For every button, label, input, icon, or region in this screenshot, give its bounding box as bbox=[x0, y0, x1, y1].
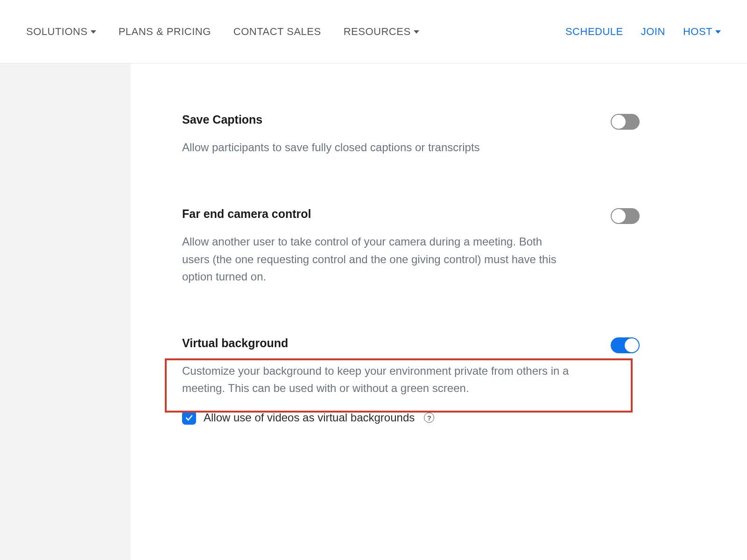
toggle-far-end-camera[interactable] bbox=[611, 208, 640, 224]
chevron-down-icon bbox=[414, 30, 419, 34]
setting-far-end-camera: Far end camera control Allow another use… bbox=[182, 207, 640, 285]
top-nav: SOLUTIONS PLANS & PRICING CONTACT SALES … bbox=[0, 0, 747, 63]
checkbox-allow-video-bg[interactable]: Allow use of videos as virtual backgroun… bbox=[182, 411, 640, 425]
toggle-knob bbox=[625, 338, 639, 352]
nav-label: RESOURCES bbox=[344, 26, 411, 38]
setting-save-captions: Save Captions Allow participants to save… bbox=[182, 113, 640, 156]
checkbox-label: Allow use of videos as virtual backgroun… bbox=[204, 411, 415, 424]
nav-solutions[interactable]: SOLUTIONS bbox=[26, 26, 96, 38]
nav-label: SCHEDULE bbox=[565, 26, 623, 38]
nav-resources[interactable]: RESOURCES bbox=[344, 26, 419, 38]
nav-label: HOST bbox=[683, 26, 712, 38]
toggle-save-captions[interactable] bbox=[611, 114, 640, 130]
setting-text: Far end camera control Allow another use… bbox=[182, 207, 570, 285]
toggle-knob bbox=[612, 115, 626, 129]
nav-join[interactable]: JOIN bbox=[641, 26, 665, 38]
chevron-down-icon bbox=[715, 30, 721, 34]
nav-label: PLANS & PRICING bbox=[119, 26, 211, 38]
setting-desc: Allow participants to save fully closed … bbox=[182, 139, 480, 156]
setting-title: Virtual background bbox=[182, 336, 570, 350]
checkbox-icon bbox=[182, 411, 196, 425]
setting-desc: Allow another user to take control of yo… bbox=[182, 233, 570, 285]
nav-schedule[interactable]: SCHEDULE bbox=[565, 26, 623, 38]
nav-contact-sales[interactable]: CONTACT SALES bbox=[233, 26, 321, 38]
nav-left: SOLUTIONS PLANS & PRICING CONTACT SALES … bbox=[26, 26, 419, 38]
setting-text: Save Captions Allow participants to save… bbox=[182, 113, 480, 156]
nav-label: CONTACT SALES bbox=[233, 26, 321, 38]
nav-plans-pricing[interactable]: PLANS & PRICING bbox=[119, 26, 211, 38]
setting-title: Save Captions bbox=[182, 113, 480, 126]
sidebar-area bbox=[0, 64, 131, 560]
toggle-virtual-background[interactable] bbox=[611, 337, 640, 353]
toggle-knob bbox=[612, 209, 626, 223]
nav-right: SCHEDULE JOIN HOST bbox=[565, 26, 721, 38]
setting-text: Virtual background Customize your backgr… bbox=[182, 336, 570, 397]
chevron-down-icon bbox=[91, 30, 96, 34]
nav-label: JOIN bbox=[641, 26, 665, 38]
nav-host[interactable]: HOST bbox=[683, 26, 721, 38]
nav-label: SOLUTIONS bbox=[26, 26, 88, 38]
help-icon[interactable]: ? bbox=[424, 413, 434, 423]
setting-title: Far end camera control bbox=[182, 207, 570, 221]
setting-desc: Customize your background to keep your e… bbox=[182, 362, 570, 397]
setting-virtual-background: Virtual background Customize your backgr… bbox=[182, 336, 640, 397]
settings-list: Full transcript Allow viewing of full tr… bbox=[182, 0, 640, 425]
